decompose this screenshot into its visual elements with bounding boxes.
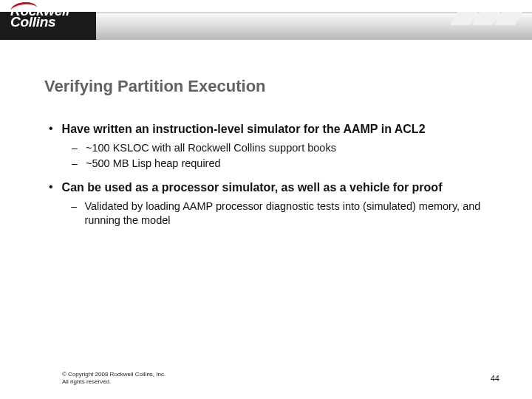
sub-text: ~100 KSLOC with all Rockwell Collins sup… [86, 141, 336, 155]
slide-title: Verifying Partition Execution [44, 77, 266, 96]
bullet-dash-icon: – [71, 141, 78, 155]
header-chevrons [454, 12, 519, 25]
bullet-dash-icon: – [71, 200, 77, 214]
bullet-dash-icon: – [71, 157, 78, 171]
footer-line1: © Copyright 2008 Rockwell Collins, Inc. [62, 371, 166, 378]
bullet-level1: • Can be used as a processor simulator, … [49, 180, 492, 228]
page-number: 44 [491, 374, 499, 383]
brand-logo: Rockwell® Collins [10, 4, 89, 43]
bullet-level2: – ~500 MB Lisp heap required [71, 157, 492, 171]
bullet-text: Can be used as a processor simulator, as… [62, 180, 443, 195]
logo-registered: ® [70, 4, 75, 13]
bullet-level2: – ~100 KSLOC with all Rockwell Collins s… [71, 141, 492, 155]
bullet-level1: • Have written an instruction-level simu… [49, 121, 492, 171]
bullet-text: Have written an instruction-level simula… [62, 121, 426, 137]
footer-copyright: © Copyright 2008 Rockwell Collins, Inc. … [62, 371, 166, 386]
header-band: Rockwell® Collins [0, 0, 532, 47]
bullet-dot-icon: • [49, 180, 53, 194]
bullet-dot-icon: • [49, 121, 53, 136]
sub-text: ~500 MB Lisp heap required [86, 157, 221, 171]
bullet-level2: – Validated by loading AAMP processor di… [71, 200, 492, 228]
logo-bottom: Collins [10, 16, 89, 29]
slide: Rockwell® Collins Verifying Partition Ex… [0, 0, 532, 399]
slide-content: • Have written an instruction-level simu… [49, 121, 492, 236]
bullet-list: • Have written an instruction-level simu… [49, 121, 492, 228]
sub-list: – ~100 KSLOC with all Rockwell Collins s… [71, 141, 492, 171]
footer-line2: All rights reserved. [62, 378, 166, 386]
sub-list: – Validated by loading AAMP processor di… [71, 200, 492, 228]
sub-text: Validated by loading AAMP processor diag… [84, 200, 492, 228]
